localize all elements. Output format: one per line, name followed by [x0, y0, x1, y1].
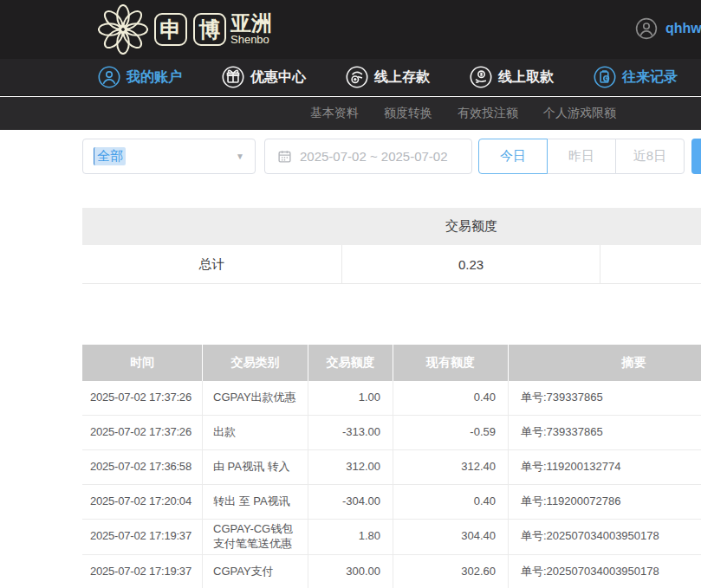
cell-type: CGPAY出款优惠: [202, 381, 308, 415]
subnav-item-game-limits[interactable]: 个人游戏限额: [543, 106, 616, 121]
subnav-item-quota-transfer[interactable]: 额度转换: [384, 106, 432, 121]
summary-total-extra: [600, 245, 701, 283]
withdraw-icon: [470, 66, 492, 88]
logo-region-text: 亚洲: [230, 12, 272, 34]
cell-balance: 304.40: [393, 520, 508, 554]
transactions-table: 时间 交易类别 交易额度 现有额度 摘要 2025-07-02 17:37:26…: [82, 345, 701, 588]
nav-label: 我的账户: [127, 68, 182, 87]
cell-type: CGPAY支付: [202, 555, 308, 588]
col-header-amount: 交易额度: [308, 345, 393, 381]
main-nav: 我的账户 优惠中心 线上存款: [0, 59, 701, 96]
nav-item-promotions[interactable]: 优惠中心: [222, 66, 306, 88]
cell-amount: 300.00: [308, 555, 393, 588]
table-row: 2025-07-02 17:36:58 由 PA视讯 转入 312.00 312…: [82, 450, 701, 485]
table-row: 2025-07-02 17:19:37 CGPAY-CG钱包支付笔笔送优惠 1.…: [82, 520, 701, 555]
nav-label: 线上取款: [498, 68, 554, 87]
yesterday-button[interactable]: 昨日: [547, 139, 616, 174]
summary-header-amount: 交易额度: [342, 218, 600, 235]
category-select-value: 全部: [94, 147, 126, 165]
logo-subtext: Shenbo: [230, 34, 272, 46]
last8days-button[interactable]: 近8日: [615, 139, 685, 174]
user-account[interactable]: qhhw: [635, 17, 701, 40]
cell-summary: 单号:739337865: [508, 416, 701, 449]
cell-summary: 单号:739337865: [508, 381, 701, 415]
nav-label: 线上存款: [374, 68, 430, 87]
cell-summary: 单号:119200132774: [508, 450, 701, 484]
category-select[interactable]: 全部 ▼: [82, 139, 256, 174]
username: qhhw: [665, 21, 701, 36]
cell-time: 2025-07-02 17:20:04: [82, 485, 202, 519]
cell-amount: 1.80: [308, 520, 393, 554]
calendar-icon: [277, 149, 292, 164]
cell-balance: 0.40: [393, 485, 508, 519]
cell-balance: 302.60: [393, 555, 508, 588]
cell-type: 出款: [202, 416, 308, 449]
page: 申 博 亚洲 Shenbo qhhw 我的账户: [0, 0, 701, 588]
table-row: 2025-07-02 17:37:26 出款 -313.00 -0.59 单号:…: [82, 416, 701, 450]
search-button[interactable]: [691, 139, 701, 174]
user-avatar-icon: [635, 17, 658, 40]
flower-logo-icon: [98, 4, 148, 55]
nav-label: 往来记录: [622, 68, 678, 87]
sub-nav: 基本资料 额度转换 有效投注额 个人游戏限额: [0, 97, 701, 130]
subnav-item-basic-info[interactable]: 基本资料: [310, 106, 359, 121]
nav-label: 优惠中心: [250, 68, 306, 87]
summary-total-value: 0.23: [342, 245, 600, 283]
cell-time: 2025-07-02 17:36:58: [82, 450, 202, 484]
cell-summary: 单号:202507034003950178: [508, 520, 701, 554]
summary-header-row: 交易额度: [82, 208, 701, 245]
nav-item-deposit[interactable]: 线上存款: [346, 66, 430, 88]
quick-range-buttons: 今日 昨日 近8日: [478, 139, 685, 174]
summary-total-label: 总计: [82, 245, 342, 283]
col-header-type: 交易类别: [202, 345, 308, 381]
col-header-balance: 现有额度: [393, 345, 508, 381]
col-header-summary: 摘要: [508, 345, 701, 381]
cell-time: 2025-07-02 17:19:37: [82, 555, 202, 588]
cell-type: 由 PA视讯 转入: [202, 450, 308, 484]
chevron-down-icon: ▼: [236, 152, 244, 161]
cell-amount: -313.00: [308, 416, 393, 449]
today-button[interactable]: 今日: [478, 139, 548, 174]
cell-summary: 单号:202507034003950178: [508, 555, 701, 588]
cell-type: CGPAY-CG钱包支付笔笔送优惠: [202, 520, 308, 554]
logo-char-bo: 博: [193, 13, 226, 46]
cell-type: 转出 至 PA视讯: [202, 485, 308, 519]
cell-time: 2025-07-02 17:19:37: [82, 520, 202, 554]
subnav-item-valid-bets[interactable]: 有效投注额: [458, 106, 518, 121]
deposit-icon: [346, 66, 368, 88]
nav-item-withdraw[interactable]: 线上取款: [470, 66, 554, 88]
date-range-value: 2025-07-02 ~ 2025-07-02: [300, 149, 448, 164]
table-row: 2025-07-02 17:19:37 CGPAY支付 300.00 302.6…: [82, 555, 701, 588]
filter-row: 全部 ▼ 2025-07-02 ~ 2025-07-02 今日 昨日 近8日: [82, 139, 701, 174]
summary-total-row: 总计 0.23: [82, 245, 701, 284]
my-account-icon: [98, 66, 120, 88]
table-row: 2025-07-02 17:37:26 CGPAY出款优惠 1.00 0.40 …: [82, 381, 701, 416]
gift-icon: [222, 66, 244, 88]
cell-time: 2025-07-02 17:37:26: [82, 381, 202, 415]
records-icon: [594, 66, 616, 88]
nav-item-records[interactable]: 往来记录: [594, 66, 678, 88]
brand-logo[interactable]: 申 博 亚洲 Shenbo: [98, 4, 272, 55]
cell-amount: 312.00: [308, 450, 393, 484]
cell-balance: 0.40: [393, 381, 508, 415]
cell-amount: 1.00: [308, 381, 393, 415]
cell-time: 2025-07-02 17:37:26: [82, 416, 202, 449]
transactions-header-row: 时间 交易类别 交易额度 现有额度 摘要: [82, 345, 701, 381]
cell-balance: 312.40: [393, 450, 508, 484]
col-header-time: 时间: [82, 345, 202, 381]
cell-summary: 单号:119200072786: [508, 485, 701, 519]
table-row: 2025-07-02 17:20:04 转出 至 PA视讯 -304.00 0.…: [82, 485, 701, 520]
cell-amount: -304.00: [308, 485, 393, 519]
logo-char-shen: 申: [154, 13, 187, 46]
top-bar: 申 博 亚洲 Shenbo qhhw: [0, 0, 701, 59]
date-range-input[interactable]: 2025-07-02 ~ 2025-07-02: [264, 139, 472, 174]
summary-table: 交易额度 总计 0.23: [82, 208, 701, 284]
nav-item-my-account[interactable]: 我的账户: [98, 66, 182, 88]
cell-balance: -0.59: [393, 416, 508, 449]
